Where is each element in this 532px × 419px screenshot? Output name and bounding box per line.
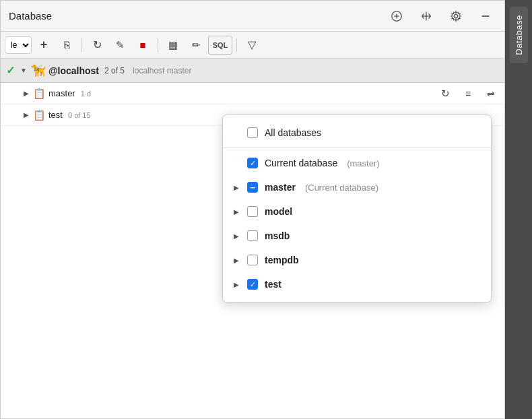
dropdown-item-all-databases[interactable]: ▶ All databases bbox=[223, 121, 491, 145]
connection-row: ✓ ▼ 🦮 @localhost 2 of 5 localhost master bbox=[1, 59, 504, 83]
model-label: model bbox=[265, 206, 292, 217]
current-database-check-icon: ✓ bbox=[250, 160, 256, 167]
dropdown-item-msdb[interactable]: ▶ msdb bbox=[223, 224, 491, 248]
sql-button[interactable]: SQL bbox=[208, 36, 232, 55]
tempdb-label: tempdb bbox=[265, 255, 299, 265]
connection-checkmark: ✓ bbox=[6, 64, 15, 77]
svg-point-6 bbox=[454, 14, 457, 18]
add-circle-icon-btn[interactable] bbox=[386, 7, 407, 26]
connection-badge: 2 of 5 bbox=[104, 66, 125, 75]
copy-button[interactable]: ⎘ bbox=[56, 36, 77, 55]
sidebar-tab-database[interactable]: Database bbox=[510, 7, 528, 63]
msdb-checkbox[interactable] bbox=[247, 230, 258, 241]
toolbar-divider-1 bbox=[81, 38, 82, 52]
edit-button[interactable]: ✏ bbox=[185, 36, 207, 55]
connection-master: localhost master bbox=[133, 66, 191, 75]
filter-edit-button[interactable]: ✎ bbox=[109, 36, 131, 55]
add-button[interactable]: + bbox=[33, 36, 55, 55]
test-arrow[interactable]: ▶ bbox=[232, 281, 240, 288]
master-db-name: master bbox=[48, 88, 75, 98]
dropdown-item-tempdb[interactable]: ▶ tempdb bbox=[223, 248, 491, 272]
test-db-badge: 0 of 15 bbox=[68, 111, 91, 119]
master-label: master bbox=[265, 182, 296, 193]
test-check-icon: ✓ bbox=[250, 281, 256, 288]
connection-name: @localhost bbox=[48, 65, 99, 76]
dropdown-item-current-database[interactable]: ▶ ✓ Current database (master) bbox=[223, 151, 491, 175]
connection-icon: 🦮 bbox=[31, 63, 46, 78]
db-filter-sort-btn[interactable]: ⇌ bbox=[483, 86, 499, 102]
minus-icon bbox=[479, 10, 492, 22]
connection-expand-btn[interactable]: ▼ bbox=[19, 67, 28, 74]
filter-button[interactable]: ▽ bbox=[241, 36, 263, 55]
tempdb-checkbox[interactable] bbox=[247, 255, 258, 265]
master-minus-icon: − bbox=[250, 183, 255, 192]
toolbar: le + ⎘ ↻ ✎ ■ ▦ ✏ SQL ▽ bbox=[1, 32, 504, 59]
right-sidebar: Database bbox=[505, 0, 532, 419]
toolbar-divider-3 bbox=[236, 38, 237, 52]
grid-button[interactable]: ▦ bbox=[162, 36, 184, 55]
title-bar: Database bbox=[1, 1, 504, 32]
db-sort-btn[interactable]: ≡ bbox=[460, 86, 476, 102]
panel-title: Database bbox=[9, 10, 52, 22]
database-filter-dropdown: ▶ All databases ▶ ✓ Current database (ma… bbox=[222, 115, 492, 302]
minus-icon-btn[interactable] bbox=[475, 7, 496, 26]
dropdown-divider-1 bbox=[223, 148, 491, 148]
refresh-button[interactable]: ↻ bbox=[86, 36, 108, 55]
table-select[interactable]: le bbox=[5, 36, 32, 54]
stop-button[interactable]: ■ bbox=[132, 36, 154, 55]
msdb-arrow[interactable]: ▶ bbox=[232, 232, 240, 240]
master-db-badge: 1 d bbox=[81, 90, 91, 98]
master-arrow[interactable]: ▶ bbox=[232, 184, 240, 191]
model-arrow[interactable]: ▶ bbox=[232, 208, 240, 216]
test-expand-btn[interactable]: ▶ bbox=[22, 111, 30, 119]
add-circle-icon bbox=[391, 10, 403, 22]
tempdb-arrow[interactable]: ▶ bbox=[232, 257, 240, 264]
all-databases-checkbox[interactable] bbox=[247, 127, 258, 138]
test-db-name: test bbox=[48, 110, 63, 120]
split-icon-btn[interactable] bbox=[415, 7, 437, 26]
model-checkbox[interactable] bbox=[247, 206, 258, 217]
gear-icon bbox=[450, 10, 462, 22]
test-checkbox[interactable]: ✓ bbox=[247, 279, 258, 290]
split-icon bbox=[420, 10, 432, 22]
db-refresh-btn[interactable]: ↻ bbox=[437, 86, 453, 102]
current-database-checkbox[interactable]: ✓ bbox=[247, 158, 258, 168]
master-checkbox[interactable]: − bbox=[247, 182, 258, 193]
current-database-sublabel: (master) bbox=[347, 158, 379, 168]
gear-icon-btn[interactable] bbox=[445, 7, 467, 26]
master-db-icon: 📋 bbox=[33, 88, 46, 100]
master-expand-btn[interactable]: ▶ bbox=[22, 90, 30, 97]
test-db-icon: 📋 bbox=[33, 109, 46, 121]
dropdown-item-master[interactable]: ▶ − master (Current database) bbox=[223, 175, 491, 199]
msdb-label: msdb bbox=[265, 230, 290, 241]
dropdown-item-model[interactable]: ▶ model bbox=[223, 199, 491, 224]
test-label: test bbox=[265, 279, 281, 290]
current-database-label: Current database bbox=[265, 158, 337, 168]
title-bar-icons bbox=[386, 7, 496, 26]
master-sublabel: (Current database) bbox=[305, 183, 378, 193]
all-databases-label: All databases bbox=[265, 127, 321, 138]
dropdown-item-test[interactable]: ▶ ✓ test bbox=[223, 272, 491, 296]
toolbar-divider-2 bbox=[158, 38, 158, 52]
